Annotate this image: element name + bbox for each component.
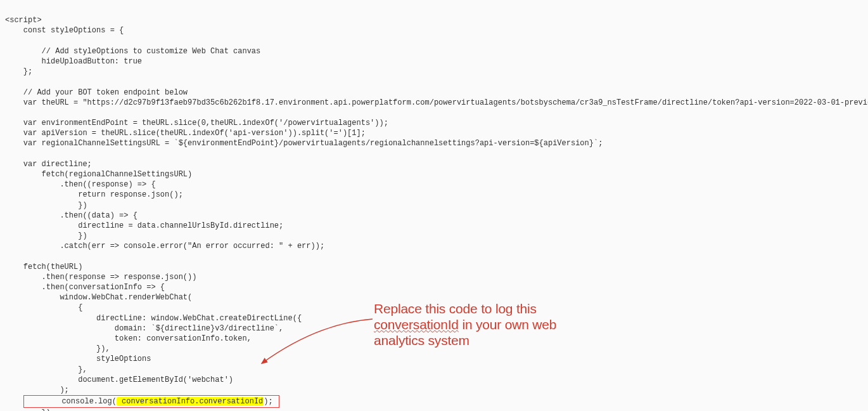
callout-underline-term: conversationId (374, 317, 459, 332)
code-line: .then(conversationInfo => { (5, 283, 165, 292)
code-line: fetch(regionalChannelSettingsURL) (5, 170, 192, 179)
code-line: fetch(theURL) (5, 263, 82, 271)
code-line: token: conversationInfo.token, (5, 334, 252, 343)
code-line: // Add styleOptions to customize Web Cha… (5, 47, 260, 56)
code-line: }) (5, 201, 87, 210)
code-line: var environmentEndPoint = theURL.slice(0… (5, 119, 388, 127)
code-line: styleOptions (5, 355, 151, 363)
code-line: var regionalChannelSettingsURL = `${envi… (5, 139, 603, 148)
code-line: ); (5, 386, 69, 395)
code-line: document.getElementById('webchat') (5, 375, 233, 384)
callout-line-2b: in your own web (459, 317, 556, 332)
code-line: .then(response => response.json()) (5, 273, 196, 282)
code-line: const styleOptions = { (5, 26, 124, 35)
highlighted-code-line: console.log( conversationInfo.conversati… (5, 397, 279, 406)
code-line: directline = data.channelUrlsById.direct… (5, 221, 283, 230)
code-line: // Add your BOT token endpoint below (5, 88, 188, 97)
code-line: var apiVersion = theURL.slice(theURL.ind… (5, 129, 366, 138)
code-segment: ); (264, 397, 272, 406)
code-line: .catch(err => console.error("An error oc… (5, 242, 324, 251)
code-line: }), (5, 344, 110, 353)
code-line: var theURL = "https://d2c97b9f13faeb97bd… (5, 98, 868, 107)
code-line: hideUploadButton: true (5, 57, 142, 66)
code-line: .then((response) => { (5, 180, 156, 189)
highlighted-expression: conversationInfo.conversationId (117, 397, 264, 406)
code-line: <script> (5, 16, 42, 25)
callout-line-3: analytics system (374, 333, 469, 348)
code-line: var directline; (5, 160, 92, 169)
code-line: }; (5, 67, 32, 76)
code-segment: console.log( (25, 397, 117, 406)
code-line: }) (5, 232, 87, 240)
code-line: }, (5, 365, 87, 374)
code-line: window.WebChat.renderWebChat( (5, 293, 192, 302)
code-block: <script> const styleOptions = { // Add s… (0, 0, 868, 411)
annotation-callout: Replace this code to log this conversati… (374, 301, 556, 349)
code-line: directLine: window.WebChat.createDirectL… (5, 314, 302, 323)
callout-line-1: Replace this code to log this (374, 301, 537, 316)
code-line: { (5, 303, 82, 312)
code-line: domain: `${directline}v3/directline`, (5, 324, 283, 333)
code-line: .then((data) => { (5, 211, 137, 220)
code-line: }) (5, 408, 51, 411)
code-line: return response.json(); (5, 190, 183, 199)
